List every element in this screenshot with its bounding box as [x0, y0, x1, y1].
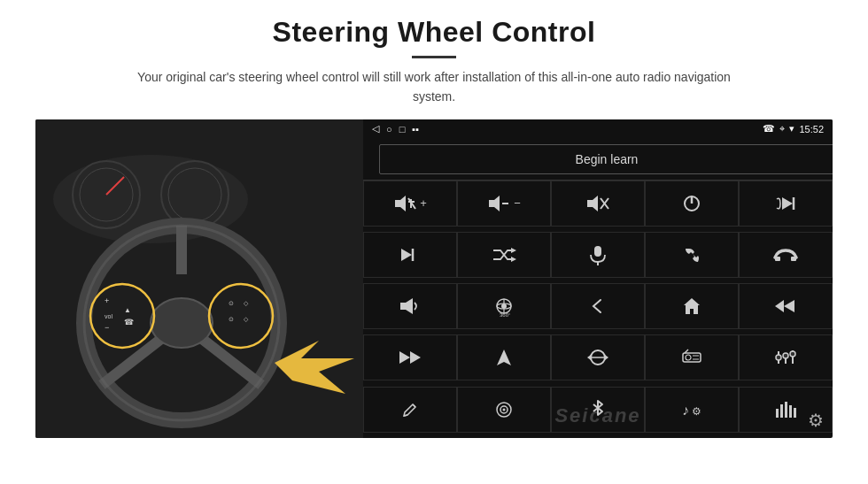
- svg-text:360°: 360°: [500, 312, 511, 318]
- gear-settings-icon[interactable]: ⚙: [808, 410, 824, 431]
- svg-text:♪: ♪: [682, 403, 689, 418]
- svg-marker-47: [400, 298, 413, 314]
- svg-point-73: [790, 351, 795, 357]
- svg-point-71: [776, 355, 781, 360]
- svg-rect-83: [785, 402, 787, 418]
- svg-point-78: [503, 408, 506, 411]
- status-left: ◁ ○ □ ▪▪: [372, 123, 419, 134]
- svg-text:⊙: ⊙: [229, 316, 234, 322]
- vol-down-button[interactable]: −: [457, 181, 551, 227]
- switch-button[interactable]: [551, 334, 645, 380]
- svg-rect-84: [789, 405, 792, 418]
- svg-point-51: [501, 303, 507, 309]
- phone-prev-button[interactable]: [739, 181, 833, 227]
- mute-button[interactable]: [551, 181, 645, 227]
- svg-marker-57: [410, 351, 421, 364]
- skip-back-button[interactable]: [739, 283, 833, 329]
- svg-text:⚙: ⚙: [692, 405, 701, 418]
- page-wrapper: Steering Wheel Control Your original car…: [0, 0, 868, 484]
- svg-rect-46: [791, 257, 796, 261]
- navigate-button[interactable]: [457, 334, 551, 380]
- svg-marker-25: [395, 196, 406, 211]
- status-right: ☎ ⌖ ▾ 15:52: [763, 123, 824, 134]
- svg-point-72: [783, 353, 788, 358]
- page-title: Steering Wheel Control: [35, 16, 833, 49]
- radio-button[interactable]: [645, 334, 739, 380]
- eq-settings-button[interactable]: [739, 334, 833, 380]
- content-row: + vol − ▲ ☎ ⊙ ◇ ⊙ ◇ ◁ ○ □: [35, 119, 833, 438]
- svg-point-11: [151, 298, 213, 348]
- svg-rect-81: [776, 409, 779, 418]
- svg-marker-61: [587, 355, 591, 360]
- back-nav-button[interactable]: [551, 283, 645, 329]
- status-bar: ◁ ○ □ ▪▪ ☎ ⌖ ▾ 15:52: [363, 119, 833, 139]
- controls-grid: + −: [363, 180, 833, 438]
- time-display: 15:52: [799, 124, 824, 134]
- location-icon: ⌖: [779, 123, 785, 134]
- svg-marker-41: [511, 248, 516, 253]
- square-icon[interactable]: □: [399, 124, 406, 134]
- svg-text:+: +: [105, 296, 109, 305]
- call-button[interactable]: [645, 232, 739, 278]
- shuffle-button[interactable]: [457, 232, 551, 278]
- svg-marker-58: [497, 350, 511, 365]
- music-button[interactable]: ♪⚙: [645, 387, 739, 433]
- svg-rect-45: [775, 257, 780, 261]
- svg-marker-56: [399, 351, 410, 364]
- vol-up-button[interactable]: +: [363, 181, 457, 227]
- edit-button[interactable]: [363, 387, 457, 433]
- svg-text:☎: ☎: [124, 318, 134, 327]
- svg-text:vol: vol: [105, 313, 112, 319]
- cam-360-button[interactable]: 360°: [457, 283, 551, 329]
- mic-button[interactable]: [551, 232, 645, 278]
- svg-marker-62: [605, 355, 608, 360]
- begin-learn-button[interactable]: Begin learn: [379, 144, 833, 174]
- fast-forward2-button[interactable]: [363, 334, 457, 380]
- android-screen: ◁ ○ □ ▪▪ ☎ ⌖ ▾ 15:52 Begin learn: [363, 119, 833, 438]
- wifi-icon: ▾: [789, 123, 794, 134]
- horn-button[interactable]: [363, 283, 457, 329]
- svg-text:⊙: ⊙: [229, 300, 234, 306]
- svg-rect-82: [780, 404, 783, 418]
- svg-marker-30: [489, 196, 500, 211]
- svg-rect-43: [594, 246, 601, 257]
- svg-marker-37: [782, 197, 793, 210]
- subtitle-text: Your original car's steering wheel contr…: [133, 67, 735, 107]
- home-circle-icon[interactable]: ○: [386, 124, 392, 134]
- title-divider: [412, 56, 456, 58]
- steering-wheel-svg: + vol − ▲ ☎ ⊙ ◇ ⊙ ◇: [35, 119, 363, 438]
- begin-learn-container: Begin learn: [363, 139, 833, 180]
- skip-forward-button[interactable]: [363, 232, 457, 278]
- home-button[interactable]: [645, 283, 739, 329]
- svg-marker-42: [511, 257, 516, 262]
- svg-marker-53: [684, 298, 700, 314]
- svg-line-75: [404, 415, 407, 416]
- svg-marker-55: [775, 300, 784, 312]
- svg-rect-85: [794, 408, 796, 418]
- phone-status-icon: ☎: [763, 123, 775, 134]
- svg-line-74: [413, 404, 415, 407]
- steering-wheel-panel: + vol − ▲ ☎ ⊙ ◇ ⊙ ◇: [35, 119, 363, 438]
- svg-marker-39: [401, 249, 412, 261]
- svg-marker-54: [784, 300, 794, 312]
- svg-text:▲: ▲: [124, 306, 131, 314]
- center-button[interactable]: [457, 387, 551, 433]
- hang-up-button[interactable]: [739, 232, 833, 278]
- svg-marker-32: [587, 196, 598, 211]
- bluetooth-button[interactable]: [551, 387, 645, 433]
- svg-point-64: [686, 355, 691, 360]
- signal-icon: ▪▪: [412, 124, 419, 134]
- power-button[interactable]: [645, 181, 739, 227]
- svg-text:−: −: [105, 323, 109, 332]
- title-section: Steering Wheel Control Your original car…: [35, 16, 833, 119]
- back-icon[interactable]: ◁: [372, 123, 379, 134]
